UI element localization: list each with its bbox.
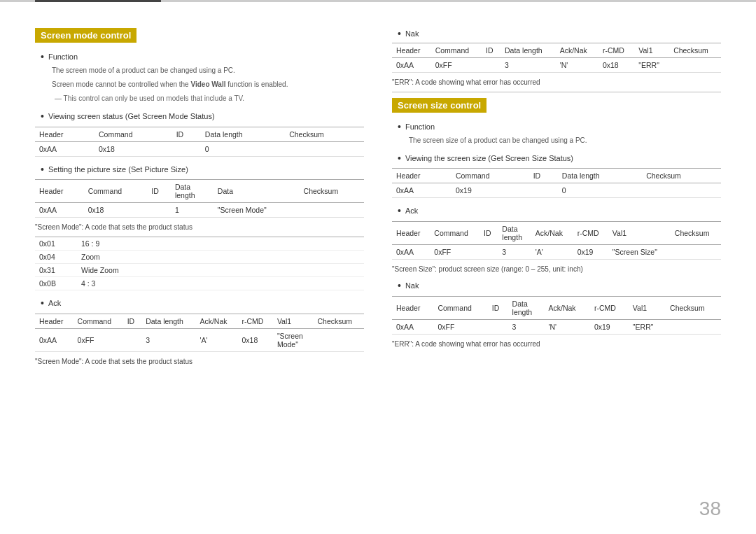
setting-label: Setting the picture size (Set Picture Si… xyxy=(48,164,188,176)
function-desc1: The screen mode of a product can be chan… xyxy=(52,66,364,76)
td-0xaa-nak2: 0xAA xyxy=(392,319,433,334)
td-0x194: 0x19 xyxy=(451,183,529,198)
screen-mode-note: "Screen Mode": A code that sets the prod… xyxy=(35,223,364,231)
td-0xaa: 0xAA xyxy=(35,141,94,156)
th-val-ack: Val1 xyxy=(608,222,671,245)
nak-table-wrap: Header Command ID Data length Ack/Nak r-… xyxy=(392,43,721,73)
nak-table: Header Command ID Data length Ack/Nak r-… xyxy=(392,43,721,73)
td-rcmd-ack-val: 0x19 xyxy=(573,245,608,260)
th-header2: Header xyxy=(35,180,84,203)
code-row-0x04: 0x04 Zoom xyxy=(35,251,364,264)
right-section-title: Screen size control xyxy=(392,98,486,113)
code-row-0x0b: 0x0B 4 : 3 xyxy=(35,277,364,290)
td-acknak3val: 'A' xyxy=(195,329,237,352)
bullet-dot2: • xyxy=(41,111,44,122)
td-cs3val xyxy=(314,329,365,352)
td-0xff-nak2: 0xFF xyxy=(433,319,487,334)
th-header4: Header xyxy=(392,169,451,183)
td-dl-ack-val: 3 xyxy=(498,245,531,260)
th-id4: ID xyxy=(529,169,558,183)
td-0xff3: 0xFF xyxy=(74,329,123,352)
th-command: Command xyxy=(94,127,172,141)
th-cs2: Checksum xyxy=(300,180,364,203)
th-acknak-ack: Ack/Nak xyxy=(531,222,573,245)
table1-wrap: Header Command ID Data length Checksum 0… xyxy=(35,127,364,157)
function-bullet: • Function xyxy=(41,51,364,63)
td-id xyxy=(172,141,201,156)
ack-note: "Screen Mode": A code that sets the prod… xyxy=(35,358,364,365)
th-val-nak2: Val1 xyxy=(629,296,666,319)
td-cs-nak-val xyxy=(669,57,721,72)
left-section-title: Screen mode control xyxy=(35,28,136,43)
table-row: 0xAA 0x18 0 xyxy=(35,141,364,156)
bullet-dot9: • xyxy=(398,280,401,292)
td-acknak-ack-val: 'A' xyxy=(531,245,573,260)
td-dl3val: 3 xyxy=(141,329,195,352)
th-dl4: Data length xyxy=(558,169,642,183)
bullet-dot8: • xyxy=(398,205,401,217)
table-row: 0xAA 0xFF 3 'A' 0x18 "ScreenMode" xyxy=(35,329,364,352)
td-cs2 xyxy=(300,203,364,218)
th-val3: Val1 xyxy=(273,314,314,329)
th-header: Header xyxy=(35,127,94,141)
td-0xaa-ack: 0xAA xyxy=(392,245,430,260)
page-number: 38 xyxy=(699,498,721,520)
dash-note: This control can only be used on models … xyxy=(55,94,364,104)
setting-bullet: • Setting the picture size (Set Picture … xyxy=(41,164,364,176)
th-header-nak2: Header xyxy=(392,296,433,319)
th-header-nak: Header xyxy=(392,43,431,57)
right-function-label: Function xyxy=(405,121,435,133)
code-values: 0x01 16 : 9 0x04 Zoom 0x31 Wide Zoom 0x0… xyxy=(35,237,364,290)
nak2-table-wrap: Header Command ID Datalength Ack/Nak r-C… xyxy=(392,296,721,335)
td-acknak-nak-val: 'N' xyxy=(556,57,598,72)
bullet-dot4: • xyxy=(41,297,44,309)
table-row: 0xAA 0x18 1 "Screen Mode" xyxy=(35,203,364,218)
viewing-label: Viewing screen status (Get Screen Mode S… xyxy=(48,111,215,122)
th-dl2: Datalength xyxy=(171,180,214,203)
function-desc2: Screen mode cannot be controlled when th… xyxy=(52,80,364,90)
th-acknak-nak2: Ack/Nak xyxy=(545,296,590,319)
right-ack-label: Ack xyxy=(405,205,418,217)
table-row: 0xAA 0xFF 3 'N' 0x18 "ERR" xyxy=(392,57,721,72)
function-label: Function xyxy=(48,51,78,63)
table1: Header Command ID Data length Checksum 0… xyxy=(35,127,364,157)
td-cs-ack-val xyxy=(671,245,721,260)
th-command4: Command xyxy=(451,169,529,183)
th-cs-nak2: Checksum xyxy=(666,296,721,319)
td-id-nak xyxy=(482,57,500,72)
ack-note-right: "Screen Size": product screen size (rang… xyxy=(392,265,721,273)
left-column: Screen mode control • Function The scree… xyxy=(35,28,364,371)
nak-note-top: "ERR": A code showing what error has occ… xyxy=(392,78,721,86)
table4: Header Command ID Data length Checksum 0… xyxy=(392,168,721,198)
td-0xaa2: 0xAA xyxy=(35,203,84,218)
th-acknak3: Ack/Nak xyxy=(195,314,237,329)
th-datalength: Data length xyxy=(201,127,285,141)
th-acknak-nak: Ack/Nak xyxy=(556,43,598,57)
th-val-nak: Val1 xyxy=(634,43,669,57)
td-dl4val: 0 xyxy=(558,183,642,198)
th-checksum: Checksum xyxy=(285,127,364,141)
th-rcmd-nak2: r-CMD xyxy=(590,296,629,319)
table2: Header Command ID Datalength Data Checks… xyxy=(35,179,364,218)
th-dl-nak2: Datalength xyxy=(508,296,545,319)
th-data2: Data xyxy=(214,180,300,203)
th-dl-ack: Datalength xyxy=(498,222,531,245)
th-dl3: Data length xyxy=(141,314,195,329)
th-rcmd-ack: r-CMD xyxy=(573,222,608,245)
td-0x18: 0x18 xyxy=(94,141,172,156)
td-data2: "Screen Mode" xyxy=(214,203,300,218)
th-command2: Command xyxy=(84,180,148,203)
td-id3 xyxy=(123,329,141,352)
th-id-nak: ID xyxy=(482,43,500,57)
right-function-desc: The screen size of a product can be chan… xyxy=(409,136,721,146)
th-rcmd3: r-CMD xyxy=(237,314,272,329)
right-viewing-label: Viewing the screen size (Get Screen Size… xyxy=(405,153,573,164)
td-dl2: 1 xyxy=(171,203,214,218)
bullet-dot3: • xyxy=(41,164,44,176)
right-viewing-bullet: • Viewing the screen size (Get Screen Si… xyxy=(398,153,721,164)
bullet-dot5: • xyxy=(398,28,401,40)
td-acknak-nak2-val: 'N' xyxy=(545,319,590,334)
td-0x182: 0x18 xyxy=(84,203,148,218)
th-id2: ID xyxy=(147,180,171,203)
td-val-nak2-val: "ERR" xyxy=(629,319,666,334)
